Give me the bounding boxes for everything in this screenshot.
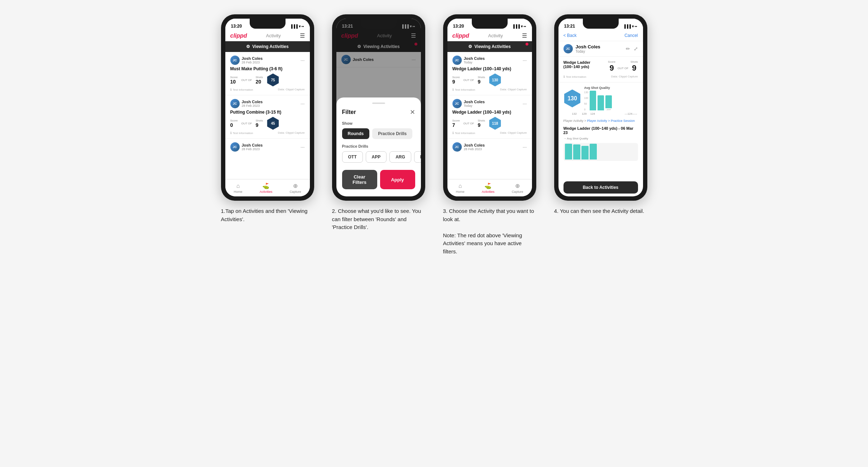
card3-date: 28 Feb 2023 bbox=[242, 147, 263, 151]
phone-1-view-activities[interactable]: ⚙ Viewing Activities bbox=[225, 41, 310, 52]
phone-1-navbar: clippd Activity ☰ bbox=[225, 30, 310, 41]
card1-more-icon[interactable]: ··· bbox=[301, 57, 305, 63]
phones-row: 13:20 ▐▐▐ ▾ ▪▪ clippd Activity ☰ ⚙ Viewi… bbox=[217, 14, 651, 256]
arg-btn[interactable]: ARG bbox=[389, 151, 411, 163]
phone-4-chart-area: 130 Avg Shot Quality 130 100 50 0 bbox=[558, 82, 643, 118]
avatar-p3-3: JC bbox=[452, 142, 462, 152]
nav-activities-label-1: Activities bbox=[260, 190, 273, 194]
nav-home-1[interactable]: ⌂ Home bbox=[234, 183, 243, 194]
card1-quality-badge: 75 bbox=[267, 73, 279, 86]
detail-action-icons: ✏ ⤢ bbox=[626, 46, 638, 52]
modal-header: Filter ✕ bbox=[342, 108, 415, 116]
p3-c1-outof: OUT OF bbox=[463, 78, 474, 82]
p3-c1-score-label: Score bbox=[452, 76, 460, 79]
p4-quality-value: 130 bbox=[567, 95, 577, 102]
nav-activities-3[interactable]: ⛳ Activities bbox=[482, 182, 495, 194]
nav-capture-1[interactable]: ⊕ Capture bbox=[289, 182, 301, 194]
card2-score-label: Score bbox=[230, 119, 238, 122]
phone-3-navbar: clippd Activity ☰ bbox=[447, 30, 532, 41]
card2-username: Josh Coles bbox=[242, 100, 263, 104]
putt-btn[interactable]: PUTT bbox=[414, 151, 421, 163]
p4-info-text: Test Information bbox=[566, 75, 586, 78]
p3-c1-quality-badge: 130 bbox=[489, 73, 502, 86]
back-button[interactable]: < Back bbox=[564, 33, 577, 38]
bar-3 bbox=[605, 95, 612, 108]
cancel-button[interactable]: Cancel bbox=[624, 33, 638, 38]
p3-c2-shots-label: Shots bbox=[478, 119, 485, 122]
nav-activities-1[interactable]: ⛳ Activities bbox=[260, 182, 273, 194]
p4-score-col-label: Score bbox=[608, 60, 615, 63]
phone-3-time: 13:20 bbox=[453, 24, 464, 29]
card1-info: Test Information bbox=[233, 88, 253, 91]
phone-3-card-1[interactable]: JC Josh Coles Today ··· Wedge Ladder (10… bbox=[447, 52, 532, 95]
nav-capture-3[interactable]: ⊕ Capture bbox=[512, 182, 523, 194]
modal-title: Filter bbox=[342, 109, 356, 115]
p4-session-label: Player Activity > Player Activity > Prac… bbox=[558, 118, 643, 124]
practice-drills-section-label: Practice Drills bbox=[342, 144, 415, 148]
phone-1-card2-user: JC Josh Coles 28 Feb 2023 bbox=[230, 99, 263, 108]
phone-3-notch bbox=[472, 19, 508, 29]
phone-3-block: 13:20 ▐▐▐ ▾ ▪▪ clippd Activity ☰ ⚙ Viewi… bbox=[440, 14, 540, 256]
rounds-btn[interactable]: Rounds bbox=[342, 128, 370, 139]
p4-userdate: Today bbox=[576, 49, 600, 53]
practice-drills-btn[interactable]: Practice Drills bbox=[372, 128, 412, 139]
phone-1-card-3[interactable]: JC Josh Coles 28 Feb 2023 ··· bbox=[225, 139, 310, 179]
nav-home-label-1: Home bbox=[234, 190, 243, 194]
nav-capture-label-1: Capture bbox=[289, 190, 301, 194]
phone-1-frame: 13:20 ▐▐▐ ▾ ▪▪ clippd Activity ☰ ⚙ Viewi… bbox=[221, 14, 314, 201]
phone-3-frame: 13:20 ▐▐▐ ▾ ▪▪ clippd Activity ☰ ⚙ Viewi… bbox=[443, 14, 536, 201]
edit-icon[interactable]: ✏ bbox=[626, 46, 630, 52]
filter-icon-3: ⚙ bbox=[468, 44, 472, 49]
quality-hexagon-lg: 130 bbox=[564, 90, 581, 108]
card3-more-icon[interactable]: ··· bbox=[301, 144, 305, 150]
app-btn[interactable]: APP bbox=[366, 151, 387, 163]
filter-icon: ⚙ bbox=[246, 44, 250, 49]
apply-btn[interactable]: Apply bbox=[380, 170, 415, 189]
back-to-activities-button[interactable]: Back to Activities bbox=[564, 181, 638, 194]
p3-c2-info: Test Information bbox=[455, 132, 475, 135]
clear-filters-btn[interactable]: Clear Filters bbox=[342, 170, 377, 189]
card2-outof: OUT OF bbox=[241, 122, 252, 125]
phone-3-view-activities[interactable]: ⚙ Viewing Activities bbox=[447, 41, 532, 52]
ott-btn[interactable]: OTT bbox=[342, 151, 363, 163]
card1-stats: Score 10 OUT OF Shots 20 75 bbox=[230, 73, 305, 86]
caption-1: 1.Tap on Activities and then 'Viewing Ac… bbox=[221, 207, 314, 223]
phone-3-va-label: Viewing Activities bbox=[474, 44, 510, 49]
avatar-p3-1: JC bbox=[452, 56, 462, 65]
p3-card1-more[interactable]: ··· bbox=[523, 57, 527, 63]
phone-3-menu-icon[interactable]: ☰ bbox=[522, 32, 527, 39]
phone-1-card3-user: JC Josh Coles 28 Feb 2023 bbox=[230, 142, 263, 152]
bar-2 bbox=[598, 95, 604, 110]
card2-quality-badge: 45 bbox=[267, 117, 279, 130]
filter-modal: Filter ✕ Show Rounds Practice Drills Pra… bbox=[336, 97, 421, 196]
nav-home-3[interactable]: ⌂ Home bbox=[456, 183, 465, 194]
card2-more-icon[interactable]: ··· bbox=[301, 101, 305, 106]
phone-3-card-3[interactable]: JC Josh Coles 28 Feb 2023 ··· bbox=[447, 139, 532, 179]
phone-4-signal: ▐▐▐ ▾ ▪▪ bbox=[623, 24, 637, 28]
p3-card2-stats: Score 7 OUT OF Shots 9 118 bbox=[452, 117, 527, 130]
p3-card2-more[interactable]: ··· bbox=[523, 101, 527, 106]
card2-info: Test Information bbox=[233, 132, 253, 135]
p3-card3-more[interactable]: ··· bbox=[523, 144, 527, 150]
phone-3-card-2[interactable]: JC Josh Coles Today ··· Wedge Ladder (10… bbox=[447, 95, 532, 139]
phone-4-drill-section: Wedge Ladder (100–140 yds) Score 9 OUT O… bbox=[558, 57, 643, 82]
caption-2: 2. Choose what you'd like to see. You ca… bbox=[332, 207, 425, 232]
p3-card1-title: Wedge Ladder (100–140 yds) bbox=[452, 66, 527, 71]
mini-bar-2 bbox=[573, 144, 580, 159]
phone-2-notch bbox=[361, 19, 397, 29]
p4-history-title: Wedge Ladder (100–140 yds) - 06 Mar 23 bbox=[558, 124, 643, 136]
modal-handle bbox=[372, 103, 385, 104]
p4-avg-sub-label: → Avg Shot Quality bbox=[558, 136, 643, 142]
card2-data: Data: Clippd Capture bbox=[278, 131, 305, 135]
modal-close-icon[interactable]: ✕ bbox=[410, 108, 415, 116]
card2-stats: Score 0 OUT OF Shots 9 45 bbox=[230, 117, 305, 130]
capture-icon-1: ⊕ bbox=[293, 182, 298, 189]
capture-icon-3: ⊕ bbox=[515, 182, 520, 189]
phone-1-card-1[interactable]: JC Josh Coles 28 Feb 2023 ··· Must Make … bbox=[225, 52, 310, 95]
phone-1-card-2[interactable]: JC Josh Coles 28 Feb 2023 ··· Putting Co… bbox=[225, 95, 310, 139]
phone-3-card3-user: JC Josh Coles 28 Feb 2023 bbox=[452, 142, 485, 152]
phone-1-menu-icon[interactable]: ☰ bbox=[300, 32, 305, 39]
expand-icon[interactable]: ⤢ bbox=[634, 46, 638, 52]
card2-shots-label: Shots bbox=[255, 119, 263, 122]
p4-big-shots: 9 bbox=[632, 63, 636, 73]
